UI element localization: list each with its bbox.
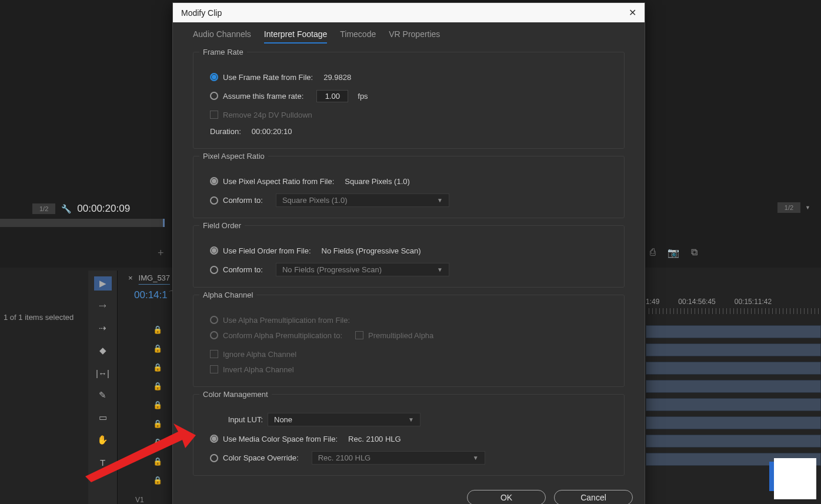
source-timecode-area: 1/2 🔧 00:00:20:09	[32, 203, 130, 215]
checkbox-remove-pulldown	[210, 111, 218, 119]
ruler-labels: 1:49 00:14:56:45 00:15:11:42	[646, 298, 772, 306]
tab-interpret-footage[interactable]: Interpret Footage	[264, 29, 327, 44]
radio-assume-framerate[interactable]	[210, 92, 218, 100]
hand-tool-icon[interactable]: ✋	[94, 433, 112, 447]
chevron-down-icon: ▼	[437, 197, 443, 203]
dialog-title: Modify Clip	[181, 8, 222, 18]
alpha-file-label: Use Alpha Premultiplication from File:	[223, 316, 350, 325]
type-tool-icon[interactable]: T	[94, 455, 112, 469]
radio-framerate-file[interactable]	[210, 73, 218, 81]
cancel-button[interactable]: Cancel	[554, 490, 633, 504]
clip-bar[interactable]	[646, 380, 821, 393]
dropdown-value: Rec. 2100 HLG	[318, 453, 371, 462]
colorspace-override-dropdown[interactable]: Rec. 2100 HLG ▼	[312, 451, 485, 465]
clip-bar[interactable]	[646, 325, 821, 338]
ignore-alpha-label: Ignore Alpha Channel	[223, 350, 296, 359]
camera-icon[interactable]: 📷	[668, 247, 679, 258]
dialog-tabs: Audio Channels Interpret Footage Timecod…	[173, 29, 645, 48]
source-timecode[interactable]: 00:00:20:09	[77, 203, 130, 215]
wrench-icon[interactable]: 🔧	[61, 204, 71, 213]
timeline-timecode[interactable]: 00:14:1	[134, 289, 168, 301]
dialog-footer: OK Cancel	[173, 483, 645, 504]
clip-bar[interactable]	[646, 398, 821, 411]
ruler-label: 1:49	[646, 298, 659, 306]
lock-icon[interactable]: 🔒	[153, 341, 162, 355]
clip-bar[interactable]	[646, 362, 821, 375]
dropdown-value: None	[274, 415, 292, 424]
source-scrub-bar[interactable]	[0, 219, 165, 227]
tab-audio-channels[interactable]: Audio Channels	[193, 29, 251, 44]
track-locks: 🔒 🔒 🔒 🔒 🔒 🔒 🔒 🔒 🔒	[153, 322, 162, 487]
ripple-edit-tool-icon[interactable]: ⇢	[94, 321, 112, 335]
items-status: 1 of 1 items selected	[4, 313, 74, 322]
panel-legend: Field Order	[199, 221, 245, 230]
lock-icon[interactable]: 🔒	[153, 379, 162, 393]
frame-rate-panel: Frame Rate Use Frame Rate from File: 29.…	[193, 52, 625, 149]
lock-icon[interactable]: 🔒	[153, 473, 162, 487]
assume-framerate-label: Assume this frame rate:	[223, 92, 303, 101]
clip-bar[interactable]	[646, 343, 821, 356]
par-conform-label: Conform to:	[223, 196, 263, 205]
lock-icon[interactable]: 🔒	[153, 416, 162, 430]
lock-icon[interactable]: 🔒	[153, 322, 162, 336]
pen-tool-icon[interactable]: ✎	[94, 388, 112, 402]
clip-bar[interactable]	[646, 435, 821, 448]
clip-bar[interactable]	[646, 416, 821, 429]
close-icon[interactable]: ✕	[629, 7, 636, 18]
ok-button[interactable]: OK	[467, 490, 546, 504]
tool-column: ▶ ⤑ ⇢ ◆ |↔| ✎ ▭ ✋ T	[88, 271, 118, 504]
lock-icon[interactable]: 🔒	[153, 398, 162, 412]
track-select-tool-icon[interactable]: ⤑	[94, 299, 112, 313]
par-conform-dropdown[interactable]: Square Pixels (1.0) ▼	[276, 193, 449, 207]
framerate-file-value: 29.9828	[323, 73, 351, 82]
field-conform-dropdown[interactable]: No Fields (Progressive Scan) ▼	[276, 263, 449, 276]
razor-tool-icon[interactable]: ◆	[94, 343, 112, 358]
radio-field-file[interactable]	[210, 246, 218, 255]
export-frame-icon[interactable]: ⎙	[650, 247, 656, 258]
selection-tool-icon[interactable]: ▶	[94, 276, 112, 291]
checkbox-premult-alpha	[355, 331, 363, 339]
field-conform-label: Conform to:	[223, 265, 263, 274]
radio-colorspace-override[interactable]	[210, 454, 218, 462]
pixel-aspect-panel: Pixel Aspect Ratio Use Pixel Aspect Rati…	[193, 156, 625, 218]
assume-framerate-input[interactable]: 1.00	[316, 90, 348, 102]
input-lut-dropdown[interactable]: None ▼	[268, 413, 420, 426]
track-v1-label[interactable]: V1	[135, 496, 144, 504]
radio-colorspace-file[interactable]	[210, 435, 218, 443]
track-clips	[646, 325, 821, 466]
lock-icon[interactable]: 🔒	[153, 454, 162, 468]
invert-alpha-label: Invert Alpha Channel	[223, 365, 294, 374]
chevron-down-icon: ▼	[473, 455, 479, 461]
alpha-conform-label: Conform Alpha Premultiplication to:	[223, 331, 342, 340]
par-file-value: Square Pixels (1.0)	[345, 177, 410, 186]
sequence-name[interactable]: IMG_537	[139, 273, 170, 282]
comparison-icon[interactable]: ⧉	[691, 247, 697, 258]
tab-vr-properties[interactable]: VR Properties	[389, 29, 440, 44]
radio-par-conform[interactable]	[210, 196, 218, 205]
par-file-label: Use Pixel Aspect Ratio from File:	[223, 177, 334, 186]
radio-alpha-conform	[210, 331, 218, 339]
lock-icon[interactable]: 🔒	[153, 360, 162, 374]
chevron-down-icon: ▼	[408, 416, 414, 423]
program-resolution: 1/2 ▼	[777, 202, 810, 213]
lock-icon[interactable]: 🔒	[153, 435, 162, 449]
radio-field-conform[interactable]	[210, 266, 218, 274]
chevron-down-icon: ▼	[437, 266, 443, 273]
time-ruler[interactable]	[646, 308, 821, 314]
slip-tool-icon[interactable]: |↔|	[94, 366, 112, 380]
field-file-value: No Fields (Progressive Scan)	[322, 246, 421, 255]
color-management-panel: Color Management Input LUT: None ▼ Use M…	[193, 394, 625, 476]
timeline-header: × IMG_537	[128, 273, 170, 282]
fps-unit: fps	[358, 92, 368, 101]
white-overlay	[774, 458, 816, 499]
resolution-dropdown[interactable]: 1/2	[32, 203, 55, 214]
tab-timecode[interactable]: Timecode	[340, 29, 376, 44]
colorspace-file-label: Use Media Color Space from File:	[223, 435, 338, 443]
field-file-label: Use Field Order from File:	[223, 246, 311, 255]
rectangle-tool-icon[interactable]: ▭	[94, 410, 112, 425]
radio-par-file[interactable]	[210, 177, 218, 185]
add-button[interactable]: +	[158, 247, 164, 259]
resolution-dropdown-right[interactable]: 1/2	[777, 202, 800, 213]
close-icon[interactable]: ×	[128, 273, 133, 282]
chevron-down-icon: ▼	[805, 205, 810, 211]
